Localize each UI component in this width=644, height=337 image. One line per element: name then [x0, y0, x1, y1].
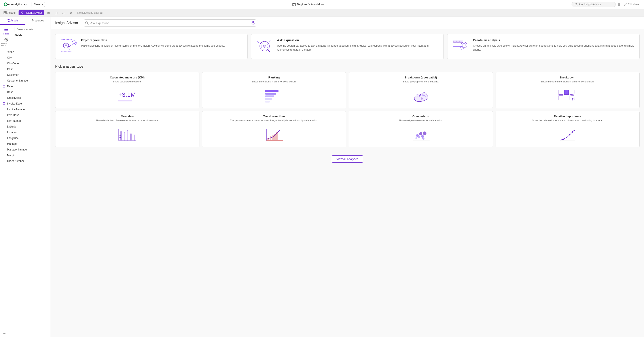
field-item[interactable]: Customer Number	[0, 78, 50, 84]
analysis-card-kpi[interactable]: Calculated measure (KPI) Show calculated…	[55, 72, 200, 108]
search-assets-input[interactable]	[14, 27, 48, 32]
ask-question-input[interactable]	[90, 22, 249, 25]
toolbar-icon-1[interactable]: ⊞	[46, 10, 52, 16]
field-item[interactable]: GrossSales	[0, 95, 50, 101]
more-options[interactable]: •••	[321, 3, 324, 6]
intro-card-icon-create	[452, 39, 470, 55]
field-item[interactable]: Latitude	[0, 124, 50, 130]
intro-card-explore[interactable]: Explore your data Make selections in fie…	[55, 34, 248, 59]
master-items-mini-icon[interactable]: Master items	[1, 37, 11, 47]
svg-point-99	[562, 139, 564, 140]
toolbar-icon-2[interactable]: ◫	[53, 10, 59, 16]
fields-list: %KEYCityCity CodeCostCustomerCustomer Nu…	[0, 49, 50, 330]
field-item[interactable]: Margin	[0, 152, 50, 158]
svg-point-52	[461, 42, 467, 48]
calendar-icon	[3, 85, 5, 88]
field-item[interactable]: Location	[0, 130, 50, 135]
analysis-card-trend[interactable]: Trend over time The performance of a mea…	[202, 111, 346, 147]
field-item[interactable]: Order Number	[0, 158, 50, 164]
field-item[interactable]: Cost	[0, 66, 50, 72]
svg-rect-67	[570, 90, 574, 95]
assets-button[interactable]: Assets	[2, 11, 17, 15]
field-name: Customer Number	[7, 79, 29, 82]
analysis-title-breakdown-geo: Breakdown (geospatial)	[352, 76, 489, 79]
analysis-title-ranking: Ranking	[206, 76, 342, 79]
svg-rect-57	[265, 90, 278, 92]
tab-assets[interactable]: Assets	[0, 17, 26, 25]
analysis-card-comparison[interactable]: Comparison Show multiple measures for a …	[349, 111, 493, 147]
svg-point-62	[419, 95, 420, 97]
field-name: Customer	[7, 73, 18, 77]
toolbar-icon-3[interactable]: ⬚	[60, 10, 67, 16]
svg-rect-35	[253, 21, 254, 23]
view-all-button[interactable]: View all analyses	[332, 155, 363, 163]
collapse-sidebar[interactable]	[0, 330, 50, 337]
svg-rect-65	[559, 90, 563, 95]
field-item[interactable]: Invoice Date	[0, 101, 50, 107]
intro-card-create[interactable]: Create an analysis Choose an analysis ty…	[447, 34, 640, 59]
svg-rect-86	[274, 134, 276, 140]
field-name: GrossSales	[7, 96, 21, 99]
svg-rect-77	[124, 133, 125, 140]
intro-card-ask[interactable]: Ask a question Use the search bar above …	[251, 34, 444, 59]
svg-point-24	[6, 39, 7, 41]
ask-question-bar[interactable]	[82, 20, 258, 27]
svg-rect-5	[294, 3, 295, 4]
top-search[interactable]: Ask Insight Advisor	[572, 2, 616, 7]
field-name: Manager Number	[7, 148, 28, 151]
analysis-card-breakdown[interactable]: Breakdown Show multiple dimensions in or…	[496, 72, 640, 108]
svg-rect-20	[4, 29, 8, 30]
toolbar-lock-icon[interactable]: ⊘	[68, 10, 74, 16]
svg-rect-49	[454, 41, 456, 43]
field-item[interactable]: Desc	[0, 89, 50, 95]
fields-header: Fields	[14, 34, 48, 37]
insight-advisor-button[interactable]: Insight Advisor	[18, 11, 44, 15]
field-item[interactable]: Longitude	[0, 135, 50, 141]
field-name: Invoice Number	[7, 108, 26, 111]
analysis-desc-breakdown: Show multiple dimensions in order of con…	[499, 80, 636, 83]
analysis-desc-kpi: Show calculated measure.	[59, 80, 196, 83]
tab-properties[interactable]: Properties	[26, 17, 51, 25]
svg-point-100	[566, 137, 567, 138]
svg-rect-61	[265, 101, 270, 103]
svg-rect-78	[127, 130, 128, 140]
field-item[interactable]: Invoice Number	[0, 107, 50, 112]
svg-point-103	[574, 130, 575, 131]
field-item[interactable]: Date	[0, 84, 50, 89]
field-item[interactable]: Item Desc	[0, 112, 50, 118]
analysis-card-ranking[interactable]: Ranking Show dimensions in order of cont…	[202, 72, 346, 108]
field-item[interactable]: Manager Number	[0, 147, 50, 152]
analysis-card-breakdown-geo[interactable]: Breakdown (geospatial) Show geographical…	[349, 72, 493, 108]
grid-icon[interactable]: ⊞	[618, 2, 620, 7]
field-name: Cost	[7, 68, 12, 71]
svg-rect-56	[118, 100, 132, 101]
toolbar: Assets Insight Advisor ⊞ ◫ ⬚ ⊘ No select…	[0, 9, 644, 17]
field-item[interactable]: City	[0, 55, 50, 61]
analysis-title-relative: Relative importance	[499, 115, 636, 118]
main-content: Insight Advisor	[51, 17, 644, 337]
analysis-card-relative[interactable]: Relative importance Show the relative im…	[496, 111, 640, 147]
analysis-title-comparison: Comparison	[352, 115, 489, 118]
insight-header: Insight Advisor	[51, 17, 644, 29]
app-name: Analytics app	[11, 3, 28, 6]
fields-mini-icon[interactable]: Fields	[1, 27, 11, 37]
field-name: Item Desc	[7, 114, 19, 117]
intro-card-title-ask: Ask a question	[277, 39, 439, 42]
svg-rect-50	[457, 41, 459, 43]
field-name: Manager	[7, 142, 18, 145]
microphone-icon[interactable]	[251, 21, 255, 25]
svg-point-90	[418, 136, 420, 138]
sheet-dropdown[interactable]: Sheet ▾	[32, 2, 44, 7]
edit-sheet-button[interactable]: Edit sheet	[622, 2, 641, 7]
field-item[interactable]: Customer	[0, 72, 50, 78]
svg-rect-4	[293, 3, 294, 4]
field-item[interactable]: Manager	[0, 141, 50, 147]
field-item[interactable]: %KEY	[0, 49, 50, 55]
analysis-card-overview[interactable]: Overview Show distribution of measures f…	[55, 111, 200, 147]
field-item[interactable]: Item Number	[0, 118, 50, 124]
svg-rect-11	[4, 13, 5, 14]
analysis-section: Pick analysis type Calculated measure (K…	[51, 64, 644, 152]
sidebar-tabs: Assets Properties	[0, 17, 50, 25]
field-item[interactable]: City Code	[0, 61, 50, 66]
svg-line-44	[267, 49, 270, 52]
